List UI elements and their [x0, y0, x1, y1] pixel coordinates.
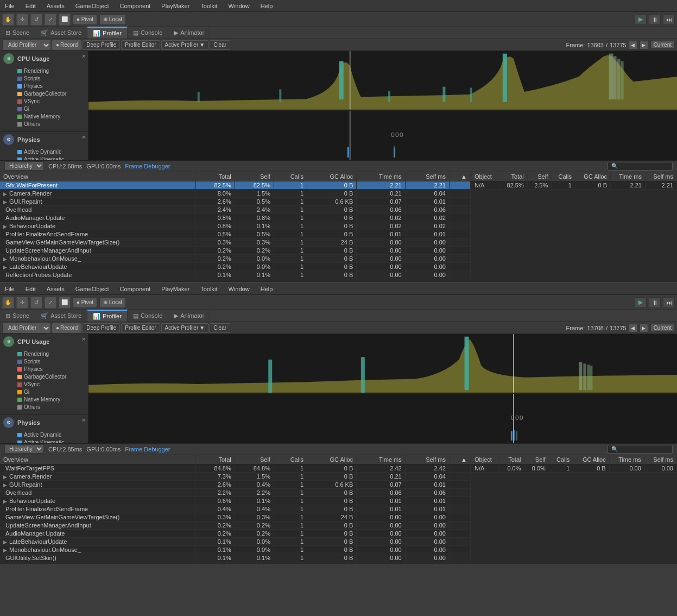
step-button[interactable]: ⏭ — [663, 14, 675, 25]
scale-tool-2[interactable]: ⤢ — [45, 297, 56, 309]
play-button-2[interactable]: ▶ — [635, 297, 647, 308]
table-row[interactable]: AudioManager.Update — [0, 213, 195, 222]
table-row[interactable]: ▶BehaviourUpdate — [0, 496, 195, 505]
tab-scene[interactable]: ⊞ Scene — [0, 27, 35, 39]
cpu-graph-1[interactable]: 1ms (1000FPS) 2.2ms Selected: Gfx.WaitFo… — [88, 51, 677, 111]
tab-asset-store[interactable]: 🛒 Asset Store — [35, 27, 87, 39]
tab-console[interactable]: ▤ Console — [128, 27, 168, 39]
table-row[interactable]: Overhead — [0, 205, 195, 213]
tab-scene-2[interactable]: ⊞ Scene — [0, 310, 35, 322]
menu-gameobject-2[interactable]: GameObject — [73, 285, 111, 293]
table-row[interactable]: Profiler.FinalizeAndSendFrame — [0, 505, 195, 513]
table-row[interactable]: Gfx.WaitForPresent — [0, 181, 195, 189]
profile-editor-button-1[interactable]: Profile Editor — [121, 40, 160, 50]
menu-component-2[interactable]: Component — [117, 285, 153, 293]
scale-tool[interactable]: ⤢ — [45, 14, 56, 26]
current-btn-2[interactable]: Current — [650, 324, 675, 332]
pause-button-2[interactable]: ⏸ — [649, 297, 661, 308]
menu-help[interactable]: Help — [258, 2, 275, 10]
tab-profiler[interactable]: 📊 Profiler — [87, 27, 128, 39]
table-row[interactable]: WaitForTargetFPS — [0, 464, 195, 472]
cpu-close-1[interactable]: ✕ — [81, 53, 86, 59]
col-self-1[interactable]: Self — [235, 172, 274, 181]
table-row[interactable]: ▶Monobehaviour.OnMouse_ — [0, 545, 195, 554]
pause-button[interactable]: ⏸ — [649, 14, 661, 25]
add-profiler-dropdown[interactable]: Add Profiler — [2, 40, 51, 51]
hierarchy-dropdown-2[interactable]: Hierarchy — [4, 444, 44, 454]
physics-close-2[interactable]: ✕ — [81, 417, 86, 423]
deep-profile-button-2[interactable]: Deep Profile — [83, 323, 120, 333]
tab-console-2[interactable]: ▤ Console — [128, 310, 168, 322]
menu-edit-2[interactable]: Edit — [23, 285, 38, 293]
col-total-2[interactable]: Total — [195, 455, 235, 464]
clear-button-2[interactable]: Clear — [210, 323, 230, 333]
active-profiler-button-1[interactable]: Active Profiler ▼ — [161, 40, 209, 50]
col-calls-2[interactable]: Calls — [274, 455, 307, 464]
frame-next-2[interactable]: ▶ — [640, 324, 648, 332]
physics-graph-2[interactable]: 0 0 0 — [88, 394, 677, 443]
physics-close-1[interactable]: ✕ — [81, 134, 86, 140]
active-profiler-button-2[interactable]: Active Profiler ▼ — [161, 323, 209, 333]
col-timems-2[interactable]: Time ms — [357, 455, 405, 464]
local-btn-2[interactable]: ⊕ Local — [99, 297, 126, 308]
table-row[interactable]: ▶Camera.Render — [0, 189, 195, 197]
table-row[interactable]: UpdateScreenManagerAndInput — [0, 521, 195, 529]
col-overview-1[interactable]: Overview — [0, 172, 195, 181]
col-timems-1[interactable]: Time ms — [357, 172, 405, 181]
rotate-tool-2[interactable]: ↺ — [30, 297, 42, 309]
frame-next-1[interactable]: ▶ — [640, 41, 648, 49]
play-button[interactable]: ▶ — [635, 14, 647, 25]
table-row[interactable]: GUIUtility.SetSkin() — [0, 554, 195, 562]
tab-animator-2[interactable]: ▶ Animator — [168, 310, 210, 322]
menu-file-2[interactable]: File — [3, 285, 17, 293]
menu-file[interactable]: File — [3, 2, 17, 10]
col-sort-1[interactable]: ▲ — [449, 172, 470, 181]
hand-tool[interactable]: ✋ — [2, 14, 14, 26]
menu-assets[interactable]: Assets — [45, 2, 67, 10]
col-gcalloc-1[interactable]: GC Alloc — [307, 172, 357, 181]
record-button-1[interactable]: ● Record — [52, 40, 81, 50]
menu-playmaker[interactable]: PlayMaker — [159, 2, 192, 10]
menu-window-2[interactable]: Window — [226, 285, 252, 293]
menu-window[interactable]: Window — [226, 2, 252, 10]
tab-asset-store-2[interactable]: 🛒 Asset Store — [35, 310, 87, 322]
menu-gameobject[interactable]: GameObject — [73, 2, 111, 10]
physics-graph-1[interactable]: 0 0 0 — [88, 111, 677, 160]
menu-help-2[interactable]: Help — [258, 285, 275, 293]
menu-toolkit[interactable]: Toolkit — [198, 2, 219, 10]
step-button-2[interactable]: ⏭ — [663, 297, 675, 308]
rotate-tool[interactable]: ↺ — [30, 14, 42, 26]
menu-assets-2[interactable]: Assets — [45, 285, 67, 293]
menu-component[interactable]: Component — [117, 2, 153, 10]
pivot-btn[interactable]: ● Pivot — [73, 14, 97, 25]
pivot-btn-2[interactable]: ● Pivot — [73, 297, 97, 308]
frame-debugger-link-2[interactable]: Frame Debugger — [125, 446, 170, 452]
tab-profiler-2[interactable]: 📊 Profiler — [87, 310, 128, 322]
clear-button-1[interactable]: Clear — [210, 40, 230, 50]
table-row[interactable]: ▶LateBehaviourUpdate — [0, 262, 195, 271]
add-profiler-dropdown-2[interactable]: Add Profiler — [2, 323, 51, 334]
hierarchy-dropdown-1[interactable]: Hierarchy — [4, 161, 44, 171]
table-row[interactable]: Profiler.FinalizeAndSendFrame — [0, 230, 195, 238]
cpu-close-2[interactable]: ✕ — [81, 336, 86, 342]
frame-debugger-link-1[interactable]: Frame Debugger — [125, 163, 170, 169]
hand-tool-2[interactable]: ✋ — [2, 297, 14, 309]
col-gcalloc-2[interactable]: GC Alloc — [307, 455, 357, 464]
search-input-1[interactable] — [608, 162, 673, 171]
move-tool[interactable]: ✛ — [16, 14, 28, 26]
menu-playmaker-2[interactable]: PlayMaker — [159, 285, 192, 293]
search-input-2[interactable] — [608, 445, 673, 454]
table-row[interactable]: ▶GUI.Repaint — [0, 480, 195, 488]
table-row[interactable]: Overhead — [0, 488, 195, 496]
table-row[interactable]: ▶Monobehaviour.OnMouse_ — [0, 254, 195, 262]
col-selfms-2[interactable]: Self ms — [405, 455, 449, 464]
table-row[interactable]: AudioManager.Update — [0, 529, 195, 537]
menu-toolkit-2[interactable]: Toolkit — [198, 285, 219, 293]
profile-editor-button-2[interactable]: Profile Editor — [121, 323, 160, 333]
table-row[interactable]: UpdateScreenManagerAndInput — [0, 246, 195, 254]
col-overview-2[interactable]: Overview — [0, 455, 195, 464]
col-sort-2[interactable]: ▲ — [449, 455, 470, 464]
current-btn-1[interactable]: Current — [650, 41, 675, 49]
table-row[interactable]: ▶LateBehaviourUpdate — [0, 537, 195, 545]
deep-profile-button-1[interactable]: Deep Profile — [83, 40, 120, 50]
